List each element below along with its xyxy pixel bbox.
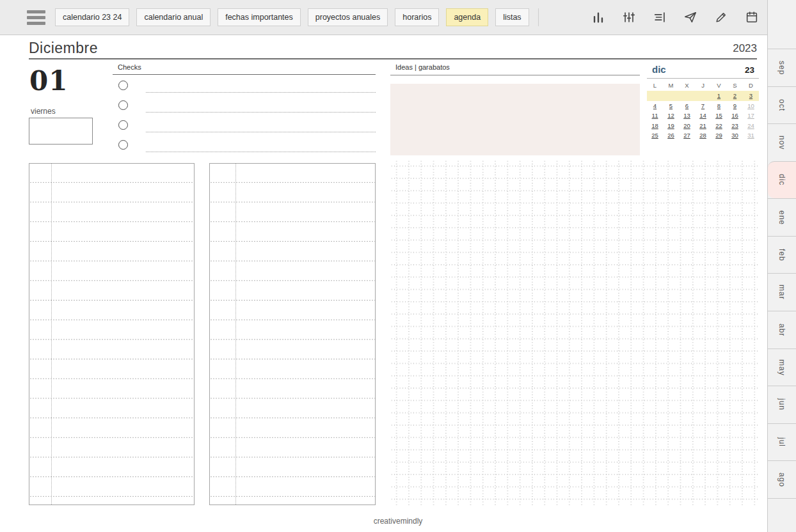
tab-agenda[interactable]: agenda	[446, 8, 488, 26]
calendar-date[interactable]: 9	[727, 101, 743, 111]
calendar-date[interactable]	[647, 91, 663, 101]
mini-calendar-month: dic	[652, 64, 666, 75]
mini-calendar-header: dic 23	[647, 64, 759, 79]
calendar-date[interactable]: 18	[647, 121, 663, 131]
notes-box-middle[interactable]	[209, 163, 376, 505]
check-row	[113, 114, 376, 134]
calendar-date[interactable]: 10	[743, 101, 759, 111]
calendar-date[interactable]: 2	[727, 91, 743, 101]
calendar-date[interactable]: 21	[695, 121, 711, 131]
ideas-drawing-box[interactable]	[390, 84, 640, 155]
day-header: M	[663, 82, 679, 89]
topbar: calendario 23 24 calendario anual fechas…	[0, 0, 796, 35]
sidebar-item-abr[interactable]: abr	[768, 311, 796, 348]
sidebar-item-may[interactable]: may	[768, 348, 796, 386]
mini-calendar-week: 18 19 20 21 22 23 24	[647, 121, 759, 131]
calendar-date[interactable]: 23	[727, 121, 743, 131]
calendar-date[interactable]: 15	[711, 111, 727, 121]
checkbox-circle[interactable]	[118, 81, 128, 90]
tab-horarios[interactable]: horarios	[395, 8, 439, 26]
planner-page: calendario 23 24 calendario anual fechas…	[0, 0, 796, 532]
calendar-date[interactable]: 5	[663, 101, 679, 111]
calendar-date[interactable]: 1	[711, 91, 727, 101]
calendar-date[interactable]: 14	[695, 111, 711, 121]
hamburger-menu-icon[interactable]	[27, 10, 45, 25]
check-writing-line	[146, 152, 376, 152]
checks-title: Checks	[113, 63, 376, 75]
pencil-icon[interactable]	[714, 10, 728, 24]
sidebar-item-mar[interactable]: mar	[768, 273, 796, 311]
check-writing-line	[146, 92, 376, 93]
calendar-date[interactable]: 26	[663, 130, 679, 141]
bar-chart-icon[interactable]	[591, 10, 605, 24]
tab-listas[interactable]: listas	[495, 8, 529, 26]
sidebar-item-nov[interactable]: nov	[768, 123, 796, 161]
mini-calendar-week: 4 5 6 7 8 9 10	[647, 101, 759, 111]
calendar-date[interactable]: 7	[695, 101, 711, 111]
sidebar-item-dic[interactable]: dic	[768, 161, 796, 199]
list-icon[interactable]	[653, 10, 667, 24]
tab-proyectos-anuales[interactable]: proyectos anuales	[308, 8, 388, 26]
calendar-date[interactable]: 3	[743, 91, 759, 101]
ideas-title: Ideas | garabatos	[390, 63, 640, 75]
calendar-date[interactable]: 16	[727, 111, 743, 121]
month-tab-label: sep	[777, 61, 786, 75]
calendar-date[interactable]: 12	[663, 111, 679, 121]
calendar-icon[interactable]	[745, 10, 759, 24]
checkbox-circle[interactable]	[118, 140, 128, 150]
calendar-date[interactable]: 11	[647, 111, 663, 121]
mini-calendar-year: 23	[745, 65, 754, 75]
tab-fechas-importantes[interactable]: fechas importantes	[218, 8, 301, 26]
sidebar-item-jul[interactable]: jul	[768, 423, 796, 461]
topbar-tabs: calendario 23 24 calendario anual fechas…	[55, 8, 539, 26]
month-tab-label: abr	[777, 324, 786, 336]
mini-calendar-week: 11 12 13 14 15 16 17	[647, 111, 759, 121]
calendar-date[interactable]: 27	[679, 130, 695, 141]
year-label: 2023	[733, 42, 757, 55]
equalizer-icon[interactable]	[622, 10, 636, 24]
tab-calendario-23-24[interactable]: calendario 23 24	[55, 8, 129, 26]
calendar-date[interactable]	[663, 91, 679, 101]
calendar-date[interactable]: 30	[727, 130, 743, 141]
month-tab-label: may	[777, 359, 786, 376]
calendar-date[interactable]	[679, 91, 695, 101]
calendar-date[interactable]: 4	[647, 101, 663, 111]
month-tab-label: jul	[777, 437, 786, 447]
sidebar-item-oct[interactable]: oct	[768, 86, 796, 124]
notes-box-left[interactable]	[29, 163, 195, 505]
mini-calendar-week: 25 26 27 28 29 30 31	[647, 130, 759, 141]
calendar-date[interactable]: 8	[711, 101, 727, 111]
dot-grid-writing-area[interactable]	[390, 160, 760, 505]
calendar-date[interactable]: 31	[743, 130, 759, 141]
checkbox-circle[interactable]	[118, 120, 128, 130]
sidebar-item-sep[interactable]: sep	[768, 49, 796, 86]
sidebar-item-jun[interactable]: jun	[768, 386, 796, 423]
checks-section: Checks	[113, 63, 376, 154]
calendar-date[interactable]: 29	[711, 130, 727, 141]
calendar-date[interactable]: 24	[743, 121, 759, 131]
month-tab-label: oct	[777, 99, 786, 111]
check-row	[113, 75, 376, 95]
calendar-date[interactable]: 20	[679, 121, 695, 131]
calendar-date[interactable]	[695, 91, 711, 101]
month-tab-label: mar	[777, 285, 786, 300]
sidebar-item-ago[interactable]: ago	[768, 460, 796, 498]
calendar-date[interactable]: 25	[647, 130, 663, 141]
sidebar-item-feb[interactable]: feb	[768, 236, 796, 274]
send-icon[interactable]	[683, 10, 697, 24]
check-writing-line	[146, 132, 376, 132]
brand-footer: creativemindly	[0, 517, 796, 526]
calendar-date[interactable]: 28	[695, 130, 711, 141]
checkbox-circle[interactable]	[118, 100, 128, 110]
topbar-icons	[591, 10, 759, 24]
calendar-date[interactable]: 22	[711, 121, 727, 131]
calendar-date[interactable]: 13	[679, 111, 695, 121]
tab-calendario-anual[interactable]: calendario anual	[136, 8, 211, 26]
sidebar-item-ene[interactable]: ene	[768, 198, 796, 236]
month-tabs: sep oct nov dic ene feb mar abr may jun …	[768, 49, 796, 499]
day-note-box[interactable]	[29, 118, 93, 145]
calendar-date[interactable]: 19	[663, 121, 679, 131]
notes-margin-line	[51, 164, 52, 505]
calendar-date[interactable]: 17	[743, 111, 759, 121]
calendar-date[interactable]: 6	[679, 101, 695, 111]
